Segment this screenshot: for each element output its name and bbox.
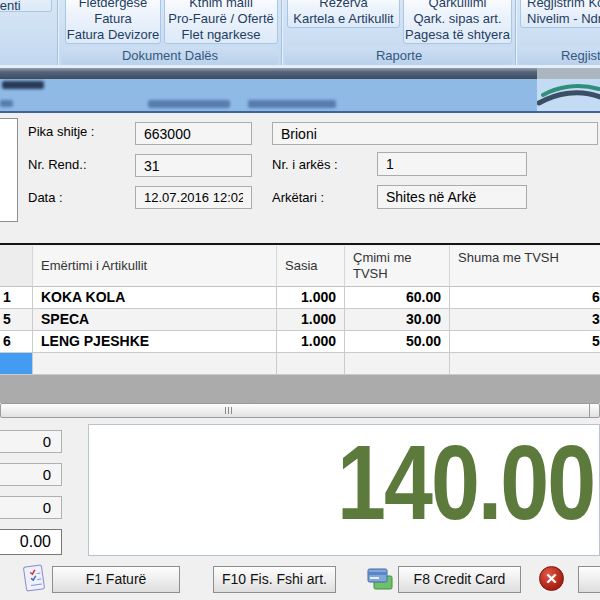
total-field-1[interactable]	[0, 430, 62, 453]
total-display-box: 140.00	[88, 424, 600, 556]
cell-name[interactable]	[33, 353, 277, 375]
blurred-title-text	[2, 81, 44, 89]
window-caption-strip	[0, 68, 600, 79]
ribbon-stack-rezerva[interactable]: Rezerva Kartela e Artikullit	[287, 0, 400, 28]
document-header-panel	[0, 79, 600, 113]
cell-sum[interactable]: 50.00	[450, 331, 600, 353]
left-panel-fragment	[0, 118, 18, 222]
ribbon-item-qarkullimi[interactable]: Qarkullimi	[404, 0, 511, 11]
cell-sum[interactable]	[450, 353, 600, 375]
column-header-rownum[interactable]	[0, 246, 33, 287]
ribbon-item-pagesa-shtyera[interactable]: Pagesa të shtyera	[404, 27, 511, 43]
document-info-form: Pika shitje : Nr. Rend.: Nr. i arkës : D…	[0, 113, 600, 243]
ribbon-stack-regjistrim[interactable]: Regjistrim Ko Nivelim - Ndr	[520, 0, 600, 28]
ribbon-group-separator	[57, 0, 59, 65]
ribbon-group-separator	[515, 0, 517, 65]
cell-qty[interactable]: 1.000	[277, 287, 345, 309]
splitter-break	[589, 404, 590, 417]
cell-qty[interactable]: 1.000	[277, 331, 345, 353]
cell-rownum[interactable]: 1	[0, 287, 33, 309]
invoice-list-icon	[22, 564, 46, 597]
total-amount: 140.00	[337, 430, 594, 536]
nr-rend-label: Nr. Rend.:	[28, 157, 87, 173]
totals-panel: 140.00 F1 Faturë F10 Fis. Fshi art. F8 C…	[0, 418, 600, 600]
f8-credit-card-button[interactable]: F8 Credit Card	[398, 566, 521, 593]
blurred-label	[148, 100, 230, 108]
arketari-label: Arkëtari :	[272, 190, 324, 206]
cell-sum[interactable]: 60.00	[450, 287, 600, 309]
ribbon-stack-fatura[interactable]: Fletdërgesë Fatura Fatura Devizore	[65, 0, 161, 44]
ribbon-button-pagesa-nga-klienti[interactable]: ga klienti	[0, 0, 52, 12]
ribbon-item-kthim-malli[interactable]: Kthim malli	[165, 0, 277, 11]
column-header-sum[interactable]: Shuma me TVSH	[450, 246, 600, 287]
splitter-grip-icon	[231, 407, 232, 414]
pika-shitje-name-input[interactable]	[272, 122, 598, 145]
blurred-label	[0, 100, 13, 107]
ribbon-item-nivelim[interactable]: Nivelim - Ndr	[521, 11, 600, 27]
ribbon-button-label: ga klienti	[0, 0, 51, 14]
pos-window: ga klienti Fletdërgesë Fatura Fatura Dev…	[0, 0, 600, 600]
ribbon-group-dokument-dales: Dokument Dalës	[62, 47, 278, 65]
cell-price[interactable]: 60.00	[345, 287, 450, 309]
column-header-price[interactable]: Çmimi me TVSH	[345, 246, 450, 287]
cell-rownum[interactable]: 6	[0, 331, 33, 353]
blurred-label	[248, 100, 336, 108]
ribbon-group-raporte: Raporte	[285, 47, 513, 65]
cell-name[interactable]: SPECA	[33, 309, 277, 331]
column-header-qty[interactable]: Sasia	[277, 246, 345, 287]
data-label: Data :	[28, 190, 63, 206]
section-divider	[0, 243, 600, 245]
ribbon-toolbar: ga klienti Fletdërgesë Fatura Fatura Dev…	[0, 0, 600, 68]
f1-fature-button[interactable]: F1 Faturë	[52, 566, 180, 593]
nr-arkes-label: Nr. i arkës :	[272, 157, 338, 173]
cell-price[interactable]	[345, 353, 450, 375]
cell-qty[interactable]	[277, 353, 345, 375]
nr-arkes-input[interactable]	[377, 152, 527, 176]
ribbon-item-fatura-devizore[interactable]: Fatura Devizore	[66, 27, 160, 43]
f10-fshi-artikull-button[interactable]: F10 Fis. Fshi art.	[213, 566, 336, 593]
pen-swoosh-icon	[537, 79, 600, 111]
close-icon[interactable]: ✕	[539, 566, 564, 591]
nr-rend-input[interactable]	[135, 154, 252, 177]
pika-shitje-label: Pika shitje :	[28, 124, 94, 140]
splitter-grip-icon	[228, 407, 229, 414]
partial-button-right[interactable]	[578, 566, 600, 593]
caption-strip-right	[537, 68, 600, 79]
arketari-input[interactable]	[377, 185, 527, 209]
ribbon-item-pro-faure[interactable]: Pro-Faurë / Ofertë	[165, 11, 277, 27]
ribbon-item-kartela-artikullit[interactable]: Kartela e Artikullit	[288, 11, 399, 27]
payment-amount-field[interactable]	[0, 529, 62, 555]
cell-rownum[interactable]: 5	[0, 309, 33, 331]
ribbon-item-rezerva[interactable]: Rezerva	[288, 0, 399, 11]
logo-area	[537, 79, 600, 111]
ribbon-group-separator	[281, 0, 283, 65]
cell-sum[interactable]: 30.00	[450, 309, 600, 331]
table-row-empty[interactable]	[0, 353, 600, 375]
cell-name[interactable]: LENG PJESHKE	[33, 331, 277, 353]
cell-qty[interactable]: 1.000	[277, 309, 345, 331]
ribbon-item-fatura[interactable]: Fatura	[66, 11, 160, 27]
table-row[interactable]: 5 SPECA 1.000 30.00 30.00	[0, 309, 600, 331]
pika-shitje-input[interactable]	[135, 122, 252, 145]
total-field-3[interactable]	[0, 496, 62, 519]
table-row[interactable]: 6 LENG PJESHKE 1.000 50.00 50.00	[0, 331, 600, 353]
grid-empty-area	[0, 375, 600, 403]
splitter-grip-icon	[225, 407, 226, 414]
cell-name[interactable]: KOKA KOLA	[33, 287, 277, 309]
ribbon-stack-qarkullimi[interactable]: Qarkullimi Qark. sipas art. Pagesa të sh…	[403, 0, 512, 44]
ribbon-item-qark-sipas-art[interactable]: Qark. sipas art.	[404, 11, 511, 27]
table-row[interactable]: 1 KOKA KOLA 1.000 60.00 60.00	[0, 287, 600, 309]
ribbon-stack-kthim[interactable]: Kthim malli Pro-Faurë / Ofertë Flet ngar…	[164, 0, 278, 44]
ribbon-item-fletdergese[interactable]: Fletdërgesë	[66, 0, 160, 11]
selected-cell[interactable]	[0, 353, 33, 375]
cell-price[interactable]: 50.00	[345, 331, 450, 353]
credit-card-icon	[366, 565, 394, 597]
ribbon-item-flet-ngarkese[interactable]: Flet ngarkese	[165, 27, 277, 43]
ribbon-item-regjistrim[interactable]: Regjistrim Ko	[521, 0, 600, 11]
cell-price[interactable]: 30.00	[345, 309, 450, 331]
column-header-name[interactable]: Emërtimi i Artikullit	[33, 246, 277, 287]
horizontal-splitter[interactable]	[0, 403, 600, 418]
ribbon-group-regjistr: Regjistr	[518, 47, 600, 65]
data-input[interactable]	[135, 186, 252, 209]
total-field-2[interactable]	[0, 463, 62, 486]
